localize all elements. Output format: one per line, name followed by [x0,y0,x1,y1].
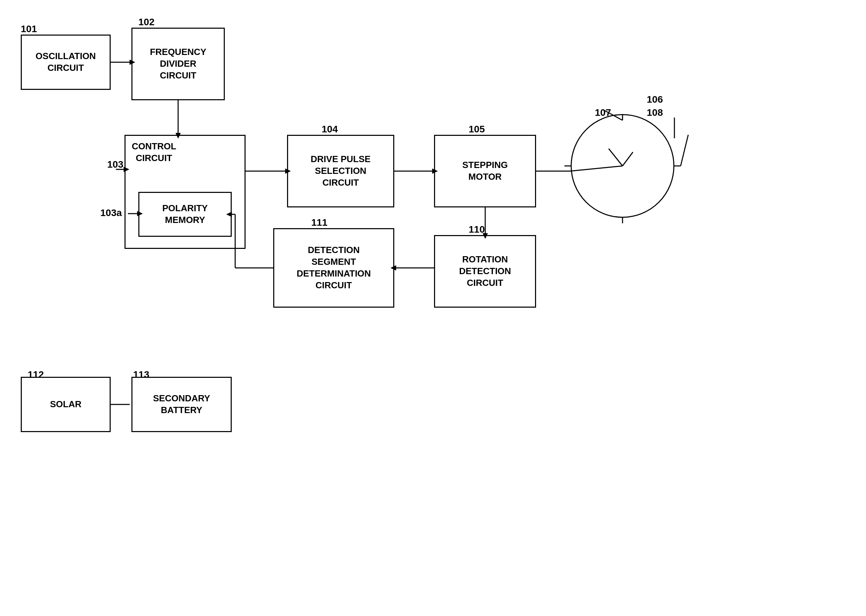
clock-face [571,114,674,218]
diagram: 101 102 103 103a 104 105 106 107 108 109… [0,0,866,616]
ref-103: 103 [107,159,123,170]
drive-pulse-block: DRIVE PULSESELECTIONCIRCUIT [287,135,394,207]
polarity-memory-block: POLARITYMEMORY [139,192,232,237]
ref-102: 102 [139,17,154,28]
rotation-detection-block: ROTATIONDETECTIONCIRCUIT [434,235,536,308]
ref-106: 106 [647,94,663,105]
ref-108: 108 [647,107,663,118]
ref-111: 111 [311,217,328,228]
oscillation-circuit-block: OSCILLATIONCIRCUIT [21,35,111,90]
detection-segment-block: DETECTIONSEGMENTDETERMINATIONCIRCUIT [273,228,394,308]
arrows-svg [0,0,866,616]
secondary-battery-block: SECONDARYBATTERY [131,377,232,432]
ref-110: 110 [469,224,485,235]
ref-105: 105 [469,124,485,135]
ref-101: 101 [21,24,37,35]
solar-block: SOLAR [21,377,111,432]
stepping-motor-block: STEPPINGMOTOR [434,135,536,207]
svg-line-26 [681,135,688,166]
frequency-divider-block: FREQUENCYDIVIDERCIRCUIT [131,28,225,100]
ref-104: 104 [322,124,338,135]
ref-103a: 103a [100,207,122,218]
